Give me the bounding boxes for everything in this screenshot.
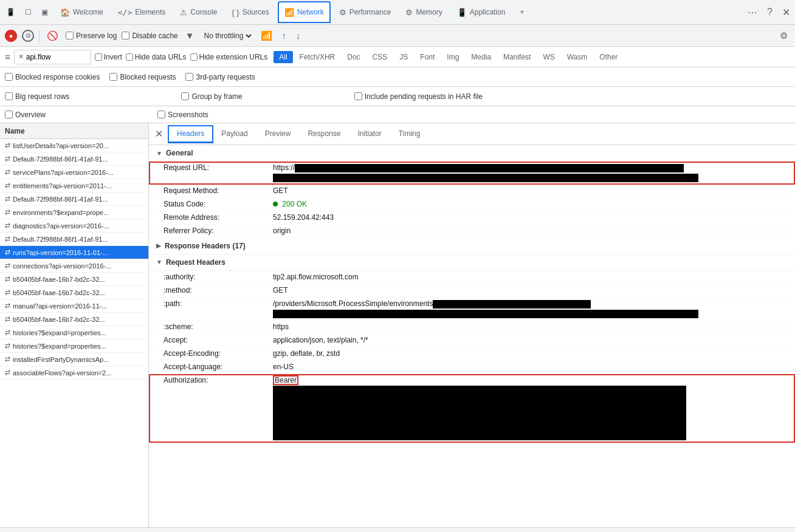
detail-tab-preview[interactable]: Preview xyxy=(256,126,300,143)
upload-icon[interactable]: ↑ xyxy=(280,29,289,42)
blocked-requests-checkbox[interactable]: Blocked requests xyxy=(109,73,176,81)
invert-checkbox[interactable]: Invert xyxy=(95,53,122,61)
tab-inspect[interactable]: ☐ xyxy=(21,1,35,23)
tab-sources[interactable]: { } Sources xyxy=(225,1,275,23)
request-item[interactable]: ⇄installedFirstPartyDynamicsAp... xyxy=(0,353,148,366)
stop-button[interactable]: ⊘ xyxy=(22,30,34,42)
filter-search-box[interactable]: ✕ xyxy=(14,50,91,64)
close-detail-button[interactable]: ✕ xyxy=(151,127,166,142)
request-item[interactable]: ⇄manual?api-version=2016-11-... xyxy=(0,299,148,313)
screenshots-option[interactable]: Screenshots xyxy=(157,111,208,119)
tab-add[interactable]: + xyxy=(514,1,530,23)
request-item[interactable]: ⇄b50405bf-faae-16b7-bd2c-32... xyxy=(0,286,148,299)
hide-ext-urls-input[interactable] xyxy=(190,53,198,61)
list-column-header: Name xyxy=(0,123,148,139)
request-headers-section-header[interactable]: ▼ Request Headers xyxy=(149,254,795,271)
filter-type-media[interactable]: Media xyxy=(466,51,497,63)
close-devtools-icon[interactable]: ✕ xyxy=(780,4,793,21)
tab-elements[interactable]: </> Elements xyxy=(112,1,172,23)
wifi-icon[interactable]: 📶 xyxy=(258,29,275,43)
record-button[interactable]: ● xyxy=(5,30,17,42)
general-section-header[interactable]: ▼ General xyxy=(149,145,795,162)
detail-tab-payload[interactable]: Payload xyxy=(213,126,256,143)
throttle-select[interactable]: No throttling xyxy=(202,31,253,41)
filter-type-other[interactable]: Other xyxy=(594,51,623,63)
download-icon[interactable]: ↓ xyxy=(294,29,303,42)
tab-welcome[interactable]: 🏠 Welcome xyxy=(54,1,109,23)
hide-data-urls-input[interactable] xyxy=(126,53,133,61)
filter-type-font[interactable]: Font xyxy=(415,51,440,63)
request-item[interactable]: ⇄associableFlows?api-version=2... xyxy=(0,366,148,380)
request-item[interactable]: ⇄connections?api-version=2016-... xyxy=(0,259,148,273)
search-input[interactable] xyxy=(26,53,87,61)
hide-ext-urls-checkbox[interactable]: Hide extension URLs xyxy=(190,53,268,61)
filter-type-fetch_xhr[interactable]: Fetch/XHR xyxy=(294,51,341,63)
filter-type-doc[interactable]: Doc xyxy=(342,51,365,63)
big-request-rows-option[interactable]: Big request rows xyxy=(5,92,69,101)
tab-memory[interactable]: ⚙ Memory xyxy=(399,1,448,23)
clear-icon[interactable]: 🚫 xyxy=(44,29,61,43)
filter-type-wasm[interactable]: Wasm xyxy=(562,51,593,63)
group-by-frame-input[interactable] xyxy=(181,92,189,100)
tab-console[interactable]: ⚠ Console xyxy=(174,1,223,23)
preserve-log-input[interactable] xyxy=(66,32,74,39)
tab-network[interactable]: 📶 Network xyxy=(278,1,331,23)
tab-performance[interactable]: ⚙ Performance xyxy=(333,1,398,23)
overview-input[interactable] xyxy=(5,111,13,118)
name-column-label: Name xyxy=(5,127,25,135)
request-item-icon: ⇄ xyxy=(5,369,10,377)
request-item[interactable]: ⇄b50405bf-faae-16b7-bd2c-32... xyxy=(0,273,148,286)
request-item[interactable]: ⇄Default-72f988bf-86f1-41af-91... xyxy=(0,233,148,246)
request-item-name: b50405bf-faae-16b7-bd2c-32... xyxy=(13,289,105,296)
filter-type-all[interactable]: All xyxy=(274,51,292,63)
request-item[interactable]: ⇄Default-72f988bf-86f1-41af-91... xyxy=(0,193,148,206)
sources-icon: { } xyxy=(232,8,239,17)
filter-type-js[interactable]: JS xyxy=(394,51,413,63)
detail-tab-headers[interactable]: Headers xyxy=(168,126,213,143)
filter-type-ws[interactable]: WS xyxy=(537,51,560,63)
blocked-response-cookies-checkbox[interactable]: Blocked response cookies xyxy=(5,73,100,81)
disable-cache-checkbox[interactable]: Disable cache xyxy=(122,32,177,40)
settings-gear-icon[interactable]: ⚙ xyxy=(777,29,790,43)
request-item[interactable]: ⇄servicePlans?api-version=2016-... xyxy=(0,166,148,179)
detail-tab-initiator[interactable]: Initiator xyxy=(349,126,390,143)
help-icon[interactable]: ? xyxy=(765,4,775,20)
request-item[interactable]: ⇄histories?$expand=properties... xyxy=(0,326,148,339)
screenshots-input[interactable] xyxy=(157,111,165,118)
filter-funnel-icon[interactable]: ≡ xyxy=(5,52,10,62)
third-party-requests-input[interactable] xyxy=(185,73,193,81)
request-item[interactable]: ⇄diagnostics?api-version=2016-... xyxy=(0,219,148,233)
include-har-input[interactable] xyxy=(354,92,362,100)
request-item[interactable]: ⇄entitlements?api-version=2011-... xyxy=(0,179,148,193)
big-request-rows-input[interactable] xyxy=(5,92,13,100)
filter-type-img[interactable]: Img xyxy=(441,51,464,63)
request-item[interactable]: ⇄runs?api-version=2016-11-01-... xyxy=(0,246,148,259)
include-har-option[interactable]: Include pending requests in HAR file xyxy=(354,92,483,101)
tab-application[interactable]: 📱 Application xyxy=(451,1,512,23)
request-item[interactable]: ⇄environments?$expand=prope... xyxy=(0,206,148,219)
invert-input[interactable] xyxy=(95,53,102,61)
tab-memory-label: Memory xyxy=(416,8,442,16)
blocked-response-cookies-input[interactable] xyxy=(5,73,13,81)
response-headers-section-header[interactable]: ▶ Response Headers (17) xyxy=(149,238,795,254)
overview-option[interactable]: Overview xyxy=(5,111,46,119)
detail-tab-response[interactable]: Response xyxy=(299,126,349,143)
blocked-requests-input[interactable] xyxy=(109,73,117,81)
request-item-icon: ⇄ xyxy=(5,262,10,270)
group-by-frame-option[interactable]: Group by frame xyxy=(181,92,242,101)
request-item[interactable]: ⇄listUserDetails?api-version=20... xyxy=(0,139,148,152)
request-item[interactable]: ⇄Default-72f988bf-86f1-41af-91... xyxy=(0,152,148,166)
filter-type-css[interactable]: CSS xyxy=(367,51,393,63)
third-party-requests-checkbox[interactable]: 3rd-party requests xyxy=(185,73,255,81)
request-item[interactable]: ⇄histories?$expand=properties... xyxy=(0,339,148,353)
detail-tab-timing[interactable]: Timing xyxy=(390,126,429,143)
request-item[interactable]: ⇄b50405bf-faae-16b7-bd2c-32... xyxy=(0,313,148,326)
tab-device-toolbar[interactable]: 📱 xyxy=(2,1,19,23)
more-options-icon[interactable]: ⋯ xyxy=(745,4,760,21)
search-close-icon[interactable]: ✕ xyxy=(18,53,24,61)
disable-cache-input[interactable] xyxy=(122,32,129,39)
preserve-log-checkbox[interactable]: Preserve log xyxy=(66,32,117,40)
tab-dock[interactable]: ▣ xyxy=(38,1,52,23)
hide-data-urls-checkbox[interactable]: Hide data URLs xyxy=(126,53,187,61)
filter-type-manifest[interactable]: Manifest xyxy=(498,51,536,63)
